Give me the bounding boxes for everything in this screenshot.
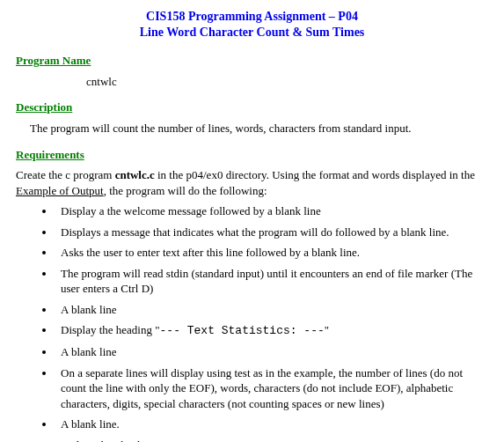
req-intro-mid: in the p04/ex0 directory. Using the form…: [155, 168, 475, 181]
heading-pre: Display the heading ": [61, 323, 160, 336]
list-item: A blank line: [55, 344, 488, 360]
list-item: Asks the user to enter text after this l…: [55, 245, 488, 261]
title-line-2: Line Word Character Count & Sum Times: [16, 25, 488, 41]
list-item: Ends with a thank you message.: [55, 438, 488, 442]
list-item: A blank line: [55, 302, 488, 318]
document-title: CIS158 Programming Assignment – P04 Line…: [16, 9, 488, 41]
heading-code: --- Text Statistics: ---: [160, 324, 325, 337]
requirements-heading: Requirements: [16, 147, 488, 163]
requirements-intro: Create the c program cntwlc.c in the p04…: [16, 167, 488, 198]
req-intro-filename: cntwlc.c: [115, 168, 155, 181]
list-item: The program will read stdin (standard in…: [55, 266, 488, 297]
description-heading: Description: [16, 99, 488, 115]
program-name-heading: Program Name: [16, 53, 488, 69]
program-name-value: cntwlc: [86, 74, 488, 90]
list-item: Display a the welcome message followed b…: [55, 203, 488, 219]
req-intro-pre: Create the c program: [16, 168, 115, 181]
list-item: A blank line.: [55, 416, 488, 432]
heading-post: ": [325, 323, 329, 336]
requirements-list: Display a the welcome message followed b…: [16, 203, 488, 442]
description-text: The program will count the number of lin…: [30, 121, 488, 136]
list-item: Displays a message that indicates what t…: [55, 225, 488, 240]
list-item-heading: Display the heading "--- Text Statistics…: [55, 322, 488, 339]
title-line-1: CIS158 Programming Assignment – P04: [16, 9, 488, 25]
req-intro-link: Example of Output: [16, 184, 104, 197]
list-item: On a separate lines will display using t…: [55, 365, 488, 412]
req-intro-post: , the program will do the following:: [104, 184, 267, 197]
